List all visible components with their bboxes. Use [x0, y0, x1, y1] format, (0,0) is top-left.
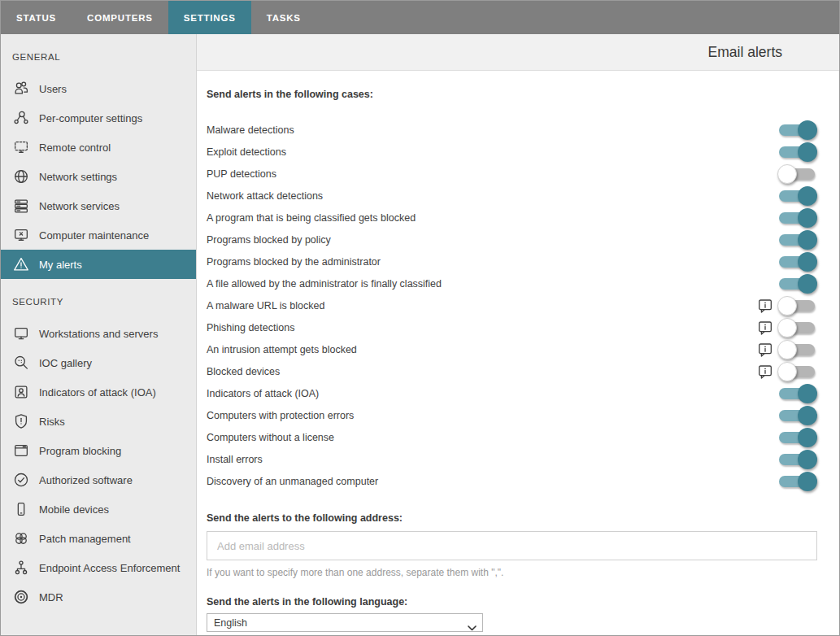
alert-row-label: A file allowed by the administrator is f…: [207, 278, 777, 290]
alert-row: An intrusion attempt gets blocked: [207, 338, 817, 360]
alert-row: Indicators of attack (IOA): [207, 382, 817, 404]
sidebar-item-label: Endpoint Access Enforcement: [39, 562, 180, 574]
alert-row-label: Programs blocked by policy: [207, 234, 777, 246]
alert-row-label: Discovery of an unmanaged computer: [207, 476, 777, 487]
alert-row-label: Computers without a license: [207, 432, 777, 443]
sidebar-item-mdr[interactable]: MDR: [1, 582, 196, 612]
alert-row-label: Network attack detections: [207, 190, 777, 202]
sidebar-item-authorized-software[interactable]: Authorized software: [1, 465, 196, 494]
sidebar-item-label: Mobile devices: [39, 503, 109, 516]
main-layout: GENERALUsersPer-computer settingsRemote …: [1, 34, 839, 635]
alert-row: A file allowed by the administrator is f…: [207, 272, 817, 294]
info-icon[interactable]: [756, 341, 773, 358]
alert-row: A malware URL is blocked: [207, 294, 817, 316]
toggle-switch[interactable]: [777, 472, 817, 491]
alert-row: A program that is being classified gets …: [207, 207, 817, 229]
language-select[interactable]: English: [207, 613, 483, 632]
nav-tab-status[interactable]: STATUS: [1, 1, 72, 34]
sidebar-item-my-alerts[interactable]: My alerts: [1, 250, 196, 279]
address-hint-text: If you want to specify more than one add…: [207, 567, 817, 578]
toggle-knob: [777, 362, 797, 381]
alert-row: Install errors: [207, 448, 817, 470]
info-icon[interactable]: [756, 363, 773, 380]
toggle-switch[interactable]: [777, 384, 817, 403]
toggle-switch[interactable]: [777, 142, 817, 162]
sidebar-item-workstations-and-servers[interactable]: Workstations and servers: [1, 319, 196, 348]
toggle-knob: [777, 318, 797, 338]
remote-control-icon: [11, 138, 30, 157]
toggle-knob: [798, 142, 817, 162]
toggle-switch[interactable]: [777, 406, 817, 425]
alert-row: Malware detections: [207, 119, 817, 141]
alert-row: Programs blocked by the administrator: [207, 250, 817, 272]
sidebar-item-program-blocking[interactable]: Program blocking: [1, 436, 196, 465]
sidebar-item-label: Users: [39, 83, 67, 95]
endpoint-access-enforcement-icon: [11, 559, 30, 577]
toggle-knob: [798, 186, 817, 206]
toggle-switch[interactable]: [777, 164, 817, 184]
mdr-icon: [11, 588, 30, 607]
alert-row-label: Install errors: [207, 454, 777, 465]
toggle-switch[interactable]: [777, 230, 817, 250]
sidebar-item-label: Workstations and servers: [39, 328, 158, 340]
toggle-knob: [798, 428, 817, 447]
main-panel: Email alerts Send alerts in the followin…: [197, 34, 839, 635]
sidebar-item-label: Remote control: [39, 142, 111, 154]
toggle-switch[interactable]: [777, 340, 817, 359]
toggle-switch[interactable]: [777, 208, 817, 228]
network-settings-icon: [11, 168, 30, 186]
alert-row: Programs blocked by policy: [207, 229, 817, 250]
sidebar-item-label: My alerts: [39, 259, 82, 271]
nav-tab-settings[interactable]: SETTINGS: [168, 1, 251, 34]
toggle-switch[interactable]: [777, 296, 817, 316]
sidebar-item-per-computer-settings[interactable]: Per-computer settings: [1, 103, 196, 133]
sidebar-item-users[interactable]: Users: [1, 74, 196, 103]
sidebar-item-network-settings[interactable]: Network settings: [1, 162, 196, 191]
sidebar-item-endpoint-access-enforcement[interactable]: Endpoint Access Enforcement: [1, 553, 196, 582]
sidebar-item-patch-management[interactable]: Patch management: [1, 524, 196, 553]
settings-sidebar: GENERALUsersPer-computer settingsRemote …: [1, 34, 197, 635]
nav-tab-tasks[interactable]: TASKS: [251, 1, 316, 34]
toggle-switch[interactable]: [777, 428, 817, 447]
alert-row: Exploit detections: [207, 141, 817, 163]
mobile-devices-icon: [11, 500, 30, 519]
sidebar-section-general: GENERAL: [1, 34, 196, 74]
users-icon: [11, 80, 30, 98]
alert-row: Computers with protection errors: [207, 404, 817, 426]
toggle-switch[interactable]: [777, 274, 817, 294]
toggle-switch[interactable]: [777, 120, 817, 140]
sidebar-item-risks[interactable]: Risks: [1, 407, 196, 436]
toggle-switch[interactable]: [777, 362, 817, 381]
sidebar-item-label: IOC gallery: [39, 357, 92, 369]
sidebar-item-ioc-gallery[interactable]: IOC gallery: [1, 348, 196, 377]
nav-tab-computers[interactable]: COMPUTERS: [72, 1, 168, 34]
sidebar-item-mobile-devices[interactable]: Mobile devices: [1, 494, 196, 524]
info-icon[interactable]: [756, 319, 773, 336]
sidebar-item-indicators-of-attack[interactable]: Indicators of attack (IOA): [1, 377, 196, 407]
toggle-knob: [798, 252, 817, 272]
authorized-software-icon: [11, 471, 30, 490]
alert-row-label: Programs blocked by the administrator: [207, 256, 777, 268]
sidebar-item-remote-control[interactable]: Remote control: [1, 133, 196, 162]
sidebar-item-network-services[interactable]: Network services: [1, 191, 196, 220]
alert-row-label: A malware URL is blocked: [207, 300, 756, 311]
toggle-switch[interactable]: [777, 186, 817, 206]
alert-row-label: Blocked devices: [207, 366, 756, 377]
alert-row-label: An intrusion attempt gets blocked: [207, 344, 756, 355]
my-alerts-icon: [11, 255, 30, 274]
alert-row: Network attack detections: [207, 185, 817, 207]
toggle-knob: [777, 340, 797, 359]
workstations-and-servers-icon: [11, 325, 30, 343]
toggle-knob: [798, 230, 817, 250]
info-icon[interactable]: [756, 297, 773, 314]
toggle-switch[interactable]: [777, 450, 817, 469]
toggle-knob: [798, 120, 817, 140]
toggle-knob: [798, 406, 817, 425]
sidebar-item-label: Authorized software: [39, 474, 133, 486]
sidebar-item-computer-maintenance[interactable]: Computer maintenance: [1, 220, 196, 250]
email-alerts-content: Send alerts in the following cases: Malw…: [197, 71, 839, 635]
toggle-switch[interactable]: [777, 318, 817, 338]
address-section-title: Send the alerts to the following address…: [207, 512, 817, 524]
email-address-input[interactable]: [207, 531, 817, 560]
toggle-switch[interactable]: [777, 252, 817, 272]
